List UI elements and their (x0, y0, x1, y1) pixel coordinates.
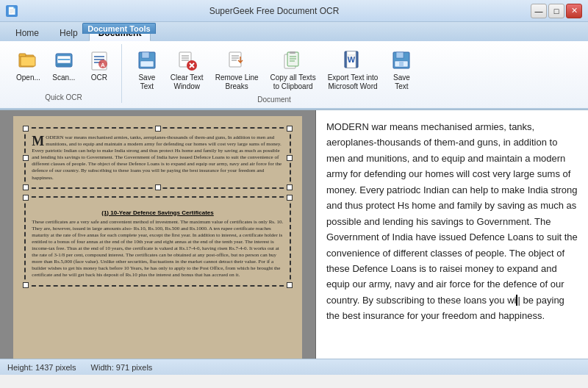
image-panel[interactable]: MODERN war means mechanised armies, tank… (0, 110, 316, 359)
scan-button[interactable]: Scan... (48, 46, 80, 85)
svg-rect-15 (140, 61, 154, 67)
document-group-label: Document (257, 96, 291, 104)
ribbon-toolbar: Open... Scan... (0, 41, 588, 109)
save-text2-button[interactable]: SaveText (385, 46, 417, 94)
remove-linebreaks-label: Remove LineBreaks (215, 73, 259, 91)
quick-ocr-group: Open... Scan... (6, 44, 122, 103)
status-height: Height: 1437 pixels (7, 363, 76, 372)
save-text2-icon (390, 48, 413, 72)
open-label: Open... (16, 73, 40, 82)
scan-label: Scan... (52, 73, 75, 82)
quick-ocr-label: Quick OCR (45, 93, 82, 101)
svg-rect-29 (290, 51, 295, 54)
open-icon (16, 48, 40, 72)
text-output-panel[interactable]: MODERN war means mechanised armies, tank… (316, 110, 588, 359)
window-title: SuperGeek Free Document OCR (18, 6, 531, 16)
scan-icon (52, 48, 76, 72)
svg-rect-41 (399, 62, 404, 66)
save-text-button[interactable]: SaveText (131, 46, 163, 94)
doc-first-paragraph: MODERN war means mechanised armies, tank… (32, 134, 283, 182)
ocr-text-output: MODERN war means mechanised armies, tank… (326, 119, 578, 324)
save-text-icon (135, 48, 159, 72)
close-button[interactable]: ✕ (566, 4, 582, 18)
clear-text-label: Clear TextWindow (171, 73, 204, 91)
app-icon: 📄 (6, 5, 18, 17)
status-bar: Height: 1437 pixels Width: 971 pixels (0, 359, 588, 375)
copy-clipboard-button[interactable]: Copy all Textsto Clipboard (266, 46, 320, 94)
save-text2-label: SaveText (393, 73, 410, 91)
ocr-text-content: MODERN war means mechanised armies, tank… (326, 121, 578, 306)
active-group-label: Document Tools (82, 23, 156, 34)
ribbon-container: Document Tools Home Help Document (0, 22, 588, 110)
export-word-label: Export Text intoMicrosoft Word (328, 73, 379, 91)
copy-clipboard-label: Copy all Textsto Clipboard (270, 73, 316, 91)
svg-rect-1 (19, 54, 26, 57)
quick-ocr-buttons: Open... Scan... (12, 46, 115, 85)
remove-linebreaks-icon (225, 48, 248, 72)
ocr-button[interactable]: A OCR (83, 46, 115, 85)
tab-home[interactable]: Home (6, 25, 49, 41)
ocr-label: OCR (91, 73, 107, 82)
svg-rect-5 (56, 64, 72, 66)
status-width: Width: 971 pixels (91, 363, 153, 372)
clear-text-icon (175, 48, 198, 72)
minimize-button[interactable]: — (531, 4, 547, 18)
svg-rect-23 (229, 52, 241, 67)
doc-second-paragraph: These certificates are a very safe and c… (32, 219, 283, 279)
window-controls[interactable]: — □ ✕ (531, 4, 582, 18)
remove-linebreaks-button[interactable]: Remove LineBreaks (211, 46, 263, 94)
document-group: SaveText C (125, 44, 424, 105)
open-button[interactable]: Open... (12, 46, 45, 85)
svg-text:A: A (101, 62, 105, 68)
export-word-button[interactable]: W Export Text intoMicrosoft Word (323, 46, 383, 94)
doc-section-heading: (1) 10-Year Defence Savings Certificates (32, 209, 283, 216)
title-bar: 📄 SuperGeek Free Document OCR — □ ✕ (0, 0, 588, 22)
export-word-icon: W (341, 48, 365, 72)
main-content: MODERN war means mechanised armies, tank… (0, 110, 588, 359)
maximize-button[interactable]: □ (548, 4, 564, 18)
ocr-icon: A (87, 48, 111, 72)
document-buttons: SaveText C (131, 46, 418, 94)
svg-rect-39 (396, 52, 404, 58)
save-text-label: SaveText (138, 73, 155, 91)
svg-rect-14 (142, 52, 149, 58)
clear-text-button[interactable]: Clear TextWindow (166, 46, 208, 94)
copy-clipboard-icon (282, 48, 305, 72)
svg-text:W: W (348, 55, 356, 64)
svg-rect-2 (21, 57, 35, 66)
title-bar-left: 📄 (6, 5, 18, 17)
